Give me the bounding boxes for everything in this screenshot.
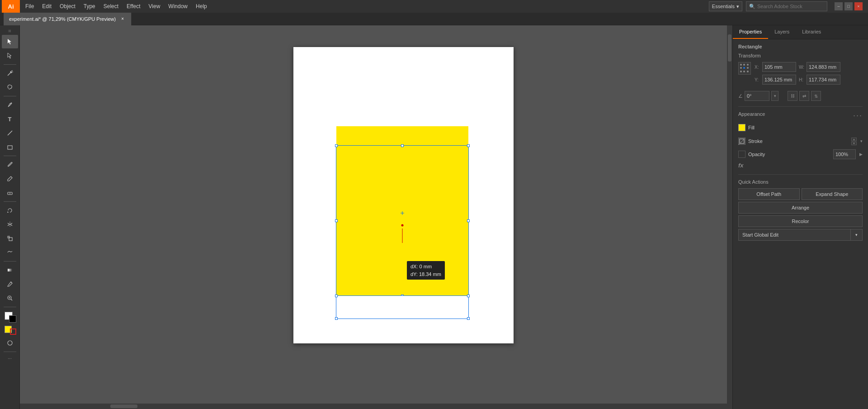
expand-shape-button[interactable]: Expand Shape [802,188,863,200]
recolor-button[interactable]: Recolor [738,215,863,227]
menu-select[interactable]: Select [100,0,122,13]
grid-bc[interactable] [743,71,745,72]
grid-bl[interactable] [740,71,742,72]
minimize-button[interactable]: – [835,2,843,10]
white-bleed-area[interactable] [336,296,468,319]
type-tool-icon: T [8,116,12,123]
bleed-handle-tl[interactable] [335,295,338,297]
flip-v-button[interactable]: ⇅ [811,91,821,101]
grid-ml[interactable] [740,67,742,69]
menu-object[interactable]: Object [56,0,79,13]
type-tool-btn[interactable]: T [2,112,18,126]
fx-button[interactable]: fx [738,162,744,169]
h-input[interactable] [807,75,840,85]
menu-window[interactable]: Window [165,0,191,13]
close-button[interactable]: × [854,2,863,10]
fill-row[interactable]: Fill [738,122,863,133]
rectangle-tool-btn[interactable] [2,140,18,154]
grid-mr[interactable] [747,67,749,69]
start-global-edit-button[interactable]: Start Global Edit [738,229,851,241]
tab-properties[interactable]: Properties [733,25,768,39]
handle-ml[interactable] [335,219,338,222]
gradient-tool-btn[interactable] [2,263,18,277]
grid-tl[interactable] [740,64,742,66]
selection-tool-btn[interactable] [2,35,18,48]
grid-tc[interactable] [743,64,745,66]
line-tool-btn[interactable] [2,126,18,140]
stroke-dropdown-icon[interactable]: ▾ [860,139,863,143]
stroke-up-btn[interactable]: ▲ [851,138,857,141]
x-label: X: [755,65,761,70]
yellow-rect-selected[interactable] [336,146,468,296]
angle-dropdown-icon[interactable]: ▾ [771,91,778,101]
color-swatches[interactable] [2,309,18,324]
symbol-tool-btn[interactable] [2,336,18,350]
angle-input[interactable] [745,91,769,101]
arrange-button[interactable]: Arrange [738,202,863,214]
y-input[interactable] [762,75,796,85]
reflect-tool-btn[interactable] [2,218,18,231]
tab-close-button[interactable]: × [119,16,126,22]
handle-tm[interactable] [401,144,404,147]
opacity-checkbox[interactable] [738,151,745,158]
rotate-tool-btn[interactable] [2,204,18,217]
stroke-down-btn[interactable]: ▼ [851,142,857,145]
paintbrush-tool-btn[interactable] [2,158,18,171]
tab-layers[interactable]: Layers [768,25,796,39]
vertical-scroll-thumb[interactable] [728,34,731,62]
menu-help[interactable]: Help [192,0,211,13]
opacity-input[interactable] [833,149,856,159]
menu-type[interactable]: Type [80,0,99,13]
handle-tl[interactable] [335,144,338,147]
menu-view[interactable]: View [145,0,164,13]
direct-selection-tool-btn[interactable] [2,49,18,62]
more-options-button[interactable]: ··· [853,111,863,120]
more-tools-button[interactable]: ··· [2,354,18,363]
eraser-tool-btn[interactable] [2,186,18,200]
fill-swatch[interactable] [738,124,745,131]
svg-point-19 [11,282,12,283]
stroke-stepper[interactable]: ▲ ▼ [851,138,857,145]
workspace-chevron-icon: ▾ [736,4,739,10]
lasso-tool-btn[interactable] [2,81,18,94]
horizontal-scroll-thumb[interactable] [110,404,137,408]
global-edit-dropdown-button[interactable]: ▾ [851,229,863,241]
magic-wand-tool-btn[interactable] [2,67,18,80]
stroke-swatch[interactable] [738,138,745,145]
handle-tr[interactable] [467,144,470,147]
scale-tool-btn[interactable] [2,232,18,245]
background-color[interactable] [9,315,16,323]
tab-libraries[interactable]: Libraries [796,25,827,39]
warp-tool-btn[interactable] [2,246,18,259]
bleed-handle-bl[interactable] [335,317,338,320]
w-input[interactable] [807,62,840,72]
maximize-button[interactable]: □ [844,2,853,10]
grid-br[interactable] [747,71,749,72]
x-input[interactable] [762,62,796,72]
search-input[interactable] [757,4,824,9]
workspace-dropdown[interactable]: Essentials ▾ [709,1,742,11]
transform-origin-grid[interactable] [738,62,751,75]
eyedropper-tool-btn[interactable] [2,277,18,291]
bleed-handle-br[interactable] [467,317,470,320]
stroke-row[interactable]: Stroke ▲ ▼ ▾ [738,136,863,147]
offset-path-button[interactable]: Offset Path [738,188,800,200]
horizontal-scrollbar[interactable] [20,404,727,409]
menu-file[interactable]: File [22,0,38,13]
vertical-scrollbar[interactable] [727,25,732,404]
flip-h-button[interactable]: ⇄ [799,91,809,101]
pencil-tool-btn[interactable] [2,172,18,185]
opacity-arrow-icon[interactable]: ▶ [859,152,863,157]
zoom-tool-btn[interactable] [2,291,18,305]
grid-mc[interactable] [743,67,745,69]
handle-mr[interactable] [467,219,470,222]
menu-effect[interactable]: Effect [123,0,144,13]
pen-tool-btn[interactable] [2,98,18,112]
link-wh-button[interactable]: ⛓ [788,91,797,101]
toolbar-expand[interactable]: ⊞ [2,27,18,34]
stroke-color-indicator[interactable] [10,328,16,335]
document-tab[interactable]: experiment.ai* @ 71,29% (CMYK/GPU Previe… [4,13,132,25]
bleed-handle-tr[interactable] [467,295,470,297]
menu-edit[interactable]: Edit [38,0,55,13]
grid-tr[interactable] [747,64,749,66]
